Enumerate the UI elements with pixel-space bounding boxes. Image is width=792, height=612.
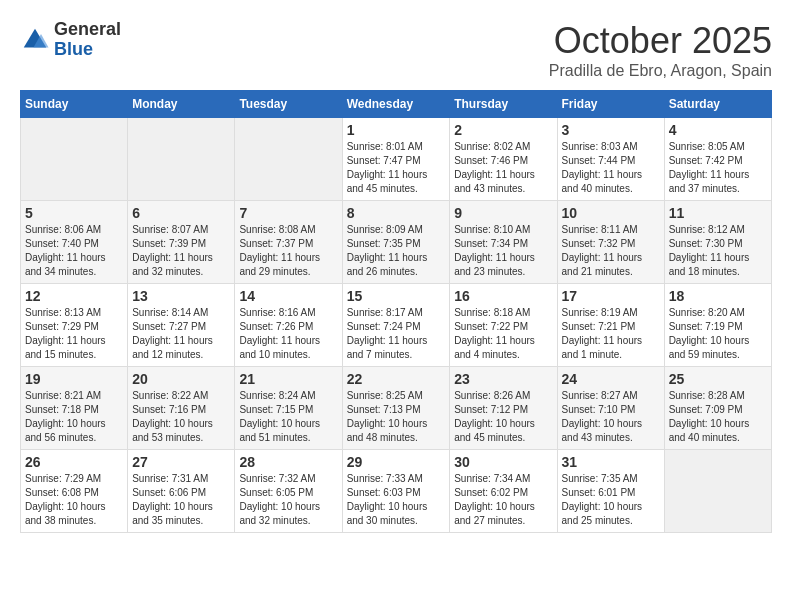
calendar-cell: 13Sunrise: 8:14 AM Sunset: 7:27 PM Dayli… — [128, 284, 235, 367]
day-number: 12 — [25, 288, 123, 304]
calendar-cell — [664, 450, 771, 533]
day-number: 16 — [454, 288, 552, 304]
day-number: 22 — [347, 371, 446, 387]
day-info: Sunrise: 8:21 AM Sunset: 7:18 PM Dayligh… — [25, 389, 123, 445]
day-number: 23 — [454, 371, 552, 387]
day-info: Sunrise: 8:26 AM Sunset: 7:12 PM Dayligh… — [454, 389, 552, 445]
calendar-week-row: 1Sunrise: 8:01 AM Sunset: 7:47 PM Daylig… — [21, 118, 772, 201]
day-info: Sunrise: 8:07 AM Sunset: 7:39 PM Dayligh… — [132, 223, 230, 279]
calendar-week-row: 5Sunrise: 8:06 AM Sunset: 7:40 PM Daylig… — [21, 201, 772, 284]
calendar-cell: 16Sunrise: 8:18 AM Sunset: 7:22 PM Dayli… — [450, 284, 557, 367]
calendar-cell: 28Sunrise: 7:32 AM Sunset: 6:05 PM Dayli… — [235, 450, 342, 533]
calendar-cell: 12Sunrise: 8:13 AM Sunset: 7:29 PM Dayli… — [21, 284, 128, 367]
day-info: Sunrise: 8:27 AM Sunset: 7:10 PM Dayligh… — [562, 389, 660, 445]
calendar-week-row: 19Sunrise: 8:21 AM Sunset: 7:18 PM Dayli… — [21, 367, 772, 450]
calendar-cell — [128, 118, 235, 201]
calendar-cell: 25Sunrise: 8:28 AM Sunset: 7:09 PM Dayli… — [664, 367, 771, 450]
day-number: 3 — [562, 122, 660, 138]
calendar-cell: 21Sunrise: 8:24 AM Sunset: 7:15 PM Dayli… — [235, 367, 342, 450]
day-number: 2 — [454, 122, 552, 138]
weekday-header: Monday — [128, 91, 235, 118]
day-info: Sunrise: 8:09 AM Sunset: 7:35 PM Dayligh… — [347, 223, 446, 279]
page-header: General Blue October 2025 Pradilla de Eb… — [20, 20, 772, 80]
calendar-cell: 4Sunrise: 8:05 AM Sunset: 7:42 PM Daylig… — [664, 118, 771, 201]
day-number: 13 — [132, 288, 230, 304]
day-number: 8 — [347, 205, 446, 221]
day-number: 31 — [562, 454, 660, 470]
day-number: 26 — [25, 454, 123, 470]
calendar-cell: 7Sunrise: 8:08 AM Sunset: 7:37 PM Daylig… — [235, 201, 342, 284]
day-number: 11 — [669, 205, 767, 221]
day-number: 24 — [562, 371, 660, 387]
day-info: Sunrise: 8:03 AM Sunset: 7:44 PM Dayligh… — [562, 140, 660, 196]
calendar-cell: 26Sunrise: 7:29 AM Sunset: 6:08 PM Dayli… — [21, 450, 128, 533]
day-info: Sunrise: 8:24 AM Sunset: 7:15 PM Dayligh… — [239, 389, 337, 445]
day-info: Sunrise: 8:13 AM Sunset: 7:29 PM Dayligh… — [25, 306, 123, 362]
calendar-cell — [235, 118, 342, 201]
day-number: 5 — [25, 205, 123, 221]
day-number: 17 — [562, 288, 660, 304]
day-info: Sunrise: 7:32 AM Sunset: 6:05 PM Dayligh… — [239, 472, 337, 528]
month-title: October 2025 — [549, 20, 772, 62]
day-number: 27 — [132, 454, 230, 470]
calendar-cell: 2Sunrise: 8:02 AM Sunset: 7:46 PM Daylig… — [450, 118, 557, 201]
weekday-header: Saturday — [664, 91, 771, 118]
calendar-cell: 29Sunrise: 7:33 AM Sunset: 6:03 PM Dayli… — [342, 450, 450, 533]
calendar-cell: 8Sunrise: 8:09 AM Sunset: 7:35 PM Daylig… — [342, 201, 450, 284]
day-info: Sunrise: 8:01 AM Sunset: 7:47 PM Dayligh… — [347, 140, 446, 196]
calendar-cell: 20Sunrise: 8:22 AM Sunset: 7:16 PM Dayli… — [128, 367, 235, 450]
calendar-cell: 6Sunrise: 8:07 AM Sunset: 7:39 PM Daylig… — [128, 201, 235, 284]
day-info: Sunrise: 8:10 AM Sunset: 7:34 PM Dayligh… — [454, 223, 552, 279]
day-number: 9 — [454, 205, 552, 221]
calendar-cell: 17Sunrise: 8:19 AM Sunset: 7:21 PM Dayli… — [557, 284, 664, 367]
day-info: Sunrise: 8:08 AM Sunset: 7:37 PM Dayligh… — [239, 223, 337, 279]
weekday-header-row: SundayMondayTuesdayWednesdayThursdayFrid… — [21, 91, 772, 118]
calendar-cell: 30Sunrise: 7:34 AM Sunset: 6:02 PM Dayli… — [450, 450, 557, 533]
weekday-header: Friday — [557, 91, 664, 118]
calendar-cell: 3Sunrise: 8:03 AM Sunset: 7:44 PM Daylig… — [557, 118, 664, 201]
weekday-header: Thursday — [450, 91, 557, 118]
logo-text: General Blue — [54, 20, 121, 60]
calendar-cell: 31Sunrise: 7:35 AM Sunset: 6:01 PM Dayli… — [557, 450, 664, 533]
calendar-cell: 24Sunrise: 8:27 AM Sunset: 7:10 PM Dayli… — [557, 367, 664, 450]
day-info: Sunrise: 7:35 AM Sunset: 6:01 PM Dayligh… — [562, 472, 660, 528]
day-info: Sunrise: 8:20 AM Sunset: 7:19 PM Dayligh… — [669, 306, 767, 362]
weekday-header: Sunday — [21, 91, 128, 118]
day-info: Sunrise: 8:19 AM Sunset: 7:21 PM Dayligh… — [562, 306, 660, 362]
day-info: Sunrise: 7:31 AM Sunset: 6:06 PM Dayligh… — [132, 472, 230, 528]
day-info: Sunrise: 8:22 AM Sunset: 7:16 PM Dayligh… — [132, 389, 230, 445]
day-number: 1 — [347, 122, 446, 138]
day-number: 21 — [239, 371, 337, 387]
calendar-week-row: 26Sunrise: 7:29 AM Sunset: 6:08 PM Dayli… — [21, 450, 772, 533]
day-info: Sunrise: 8:17 AM Sunset: 7:24 PM Dayligh… — [347, 306, 446, 362]
calendar-cell: 19Sunrise: 8:21 AM Sunset: 7:18 PM Dayli… — [21, 367, 128, 450]
location: Pradilla de Ebro, Aragon, Spain — [549, 62, 772, 80]
day-number: 19 — [25, 371, 123, 387]
day-number: 28 — [239, 454, 337, 470]
logo-blue: Blue — [54, 40, 121, 60]
calendar-cell: 18Sunrise: 8:20 AM Sunset: 7:19 PM Dayli… — [664, 284, 771, 367]
day-number: 20 — [132, 371, 230, 387]
calendar-cell: 5Sunrise: 8:06 AM Sunset: 7:40 PM Daylig… — [21, 201, 128, 284]
day-info: Sunrise: 7:29 AM Sunset: 6:08 PM Dayligh… — [25, 472, 123, 528]
day-number: 6 — [132, 205, 230, 221]
day-number: 29 — [347, 454, 446, 470]
day-info: Sunrise: 8:05 AM Sunset: 7:42 PM Dayligh… — [669, 140, 767, 196]
day-info: Sunrise: 8:14 AM Sunset: 7:27 PM Dayligh… — [132, 306, 230, 362]
weekday-header: Tuesday — [235, 91, 342, 118]
calendar-cell: 15Sunrise: 8:17 AM Sunset: 7:24 PM Dayli… — [342, 284, 450, 367]
title-section: October 2025 Pradilla de Ebro, Aragon, S… — [549, 20, 772, 80]
calendar-cell: 1Sunrise: 8:01 AM Sunset: 7:47 PM Daylig… — [342, 118, 450, 201]
day-info: Sunrise: 8:12 AM Sunset: 7:30 PM Dayligh… — [669, 223, 767, 279]
weekday-header: Wednesday — [342, 91, 450, 118]
day-info: Sunrise: 8:11 AM Sunset: 7:32 PM Dayligh… — [562, 223, 660, 279]
day-info: Sunrise: 7:33 AM Sunset: 6:03 PM Dayligh… — [347, 472, 446, 528]
day-number: 7 — [239, 205, 337, 221]
calendar-cell: 14Sunrise: 8:16 AM Sunset: 7:26 PM Dayli… — [235, 284, 342, 367]
day-info: Sunrise: 8:16 AM Sunset: 7:26 PM Dayligh… — [239, 306, 337, 362]
day-number: 30 — [454, 454, 552, 470]
day-number: 14 — [239, 288, 337, 304]
calendar-week-row: 12Sunrise: 8:13 AM Sunset: 7:29 PM Dayli… — [21, 284, 772, 367]
day-info: Sunrise: 8:28 AM Sunset: 7:09 PM Dayligh… — [669, 389, 767, 445]
day-info: Sunrise: 8:06 AM Sunset: 7:40 PM Dayligh… — [25, 223, 123, 279]
